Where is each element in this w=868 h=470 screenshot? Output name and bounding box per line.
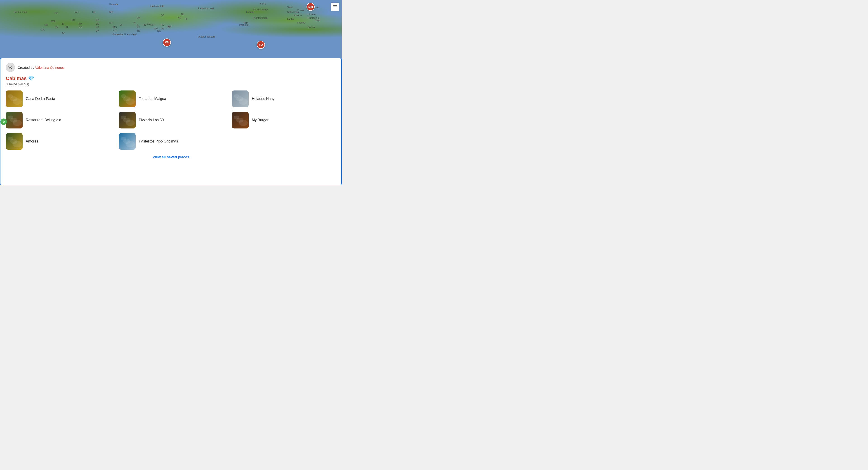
map-label: SD	[96, 22, 99, 25]
map-label: Kanada	[110, 3, 118, 6]
svg-point-27	[13, 141, 22, 147]
map-label: DE	[167, 26, 171, 29]
map-label: Poola	[297, 9, 304, 11]
svg-point-3	[13, 98, 22, 105]
map-label: OK	[96, 29, 99, 32]
svg-point-7	[126, 98, 135, 105]
map-label: ND	[96, 19, 99, 22]
svg-point-15	[13, 120, 22, 126]
map-label: UT	[65, 26, 68, 29]
map-label: NC	[157, 29, 161, 32]
map-label: AZ	[61, 32, 65, 34]
map-background[interactable]: KanadaHudsoni lahtLabrador meriBeringi m…	[0, 0, 342, 59]
svg-point-19	[126, 120, 135, 126]
place-item[interactable]: Tostadas Maigua	[119, 90, 223, 107]
collection-title: Cabimas 💎	[6, 76, 336, 82]
map-label: Portugal	[239, 24, 248, 26]
view-all-link[interactable]: View all saved places	[153, 155, 189, 159]
map-label: OR	[44, 24, 49, 26]
place-item[interactable]: Restaurant Beijing c.a	[6, 112, 110, 128]
place-name: Casa De La Pasta	[26, 97, 55, 101]
menu-line-2	[333, 6, 337, 7]
place-item[interactable]: Pizzería Las 50	[119, 112, 223, 128]
map-label: Norra	[260, 2, 266, 5]
map-label: MT	[72, 19, 75, 22]
map-label: MB	[110, 11, 113, 13]
map-label: Prantsusmaa	[253, 17, 268, 19]
map-label: AB	[75, 11, 79, 13]
map-label: Iirimaa	[246, 11, 254, 13]
place-thumbnail	[119, 133, 135, 150]
place-name: Helados Nany	[252, 97, 275, 101]
map-label: WI	[133, 21, 136, 24]
map-label: BC	[55, 12, 58, 14]
map-label: OH	[150, 24, 154, 26]
place-name: Tostadas Maigua	[139, 97, 166, 101]
menu-line-3	[333, 8, 337, 8]
menu-line-1	[333, 5, 337, 6]
creator-avatar: VQ	[6, 63, 15, 72]
place-thumbnail	[119, 90, 135, 107]
place-item[interactable]: My Burger	[232, 112, 336, 128]
map-label: ID	[61, 22, 64, 25]
map-label: Labrador meri	[198, 7, 214, 10]
saved-count: 8 saved place(s)	[6, 82, 336, 86]
map-label: PA	[161, 24, 164, 26]
place-name: My Burger	[252, 118, 269, 122]
map-label: Kreeka	[297, 21, 305, 24]
map-label: TN	[137, 29, 140, 32]
map-label: Atlandi ookeani	[198, 35, 215, 38]
svg-point-11	[239, 98, 248, 105]
svg-point-23	[239, 120, 248, 126]
place-thumbnail	[6, 112, 23, 128]
map-label: IN	[144, 24, 146, 26]
place-item[interactable]: Casa De La Pasta	[6, 90, 110, 107]
map-label: MN	[110, 21, 113, 24]
map-marker-mm[interactable]: MM	[307, 3, 315, 11]
map-label: NB	[178, 17, 181, 19]
map-label: Türgi	[314, 19, 320, 22]
place-name: Pastelitos Pipo Cabimas	[139, 139, 178, 143]
map-label: MO	[113, 26, 117, 29]
map-label: Ameerika Ühendriigid	[113, 33, 136, 36]
place-thumbnail	[6, 90, 23, 107]
map-label: Itaalia	[287, 18, 293, 20]
place-thumbnail	[232, 90, 249, 107]
map-label: Austria	[294, 14, 302, 17]
map-label: ON	[137, 17, 141, 19]
map-label: VA	[161, 27, 164, 30]
map-menu-button[interactable]	[331, 3, 339, 11]
map-label: Beringi meri	[13, 11, 27, 13]
places-panel: ⚙ VQ Created by Valentina Quinonez Cabim…	[0, 58, 342, 185]
map-label: Süüria	[308, 26, 315, 29]
gear-icon: ⚙	[2, 120, 5, 123]
place-name: Amores	[26, 139, 38, 143]
svg-point-31	[126, 141, 135, 147]
map-label: PE	[184, 18, 188, 20]
map-container: KanadaHudsoni lahtLabrador meriBeringi m…	[0, 0, 342, 59]
map-label: NV	[55, 26, 58, 29]
map-label: GL	[147, 22, 150, 25]
map-label: WA	[51, 20, 55, 23]
creator-name[interactable]: Valentina Quinonez	[35, 66, 65, 69]
map-label: CO	[79, 26, 83, 29]
map-label: Taani	[287, 6, 293, 8]
map-label: Saksamaa	[287, 11, 299, 13]
place-thumbnail	[119, 112, 135, 128]
place-thumbnail	[232, 112, 249, 128]
map-marker-vp[interactable]: VP	[163, 38, 171, 47]
map-marker-vq[interactable]: VQ	[257, 41, 265, 49]
creator-row: VQ Created by Valentina Quinonez	[6, 63, 336, 72]
view-all-row: View all saved places	[6, 155, 336, 159]
place-item[interactable]: Helados Nany	[232, 90, 336, 107]
map-label: KS	[96, 26, 99, 29]
place-item[interactable]: Amores	[6, 133, 110, 150]
map-label: Ukraina	[308, 13, 316, 16]
map-label: NL	[181, 13, 184, 16]
place-item[interactable]: Pastelitos Pipo Cabimas	[119, 133, 223, 150]
creator-text: Created by Valentina Quinonez	[18, 66, 64, 69]
place-thumbnail	[6, 133, 23, 150]
map-label: SK	[92, 11, 96, 13]
settings-button[interactable]: ⚙	[0, 119, 7, 125]
places-grid: Casa De La PastaTostadas MaiguaHelados N…	[6, 90, 336, 150]
